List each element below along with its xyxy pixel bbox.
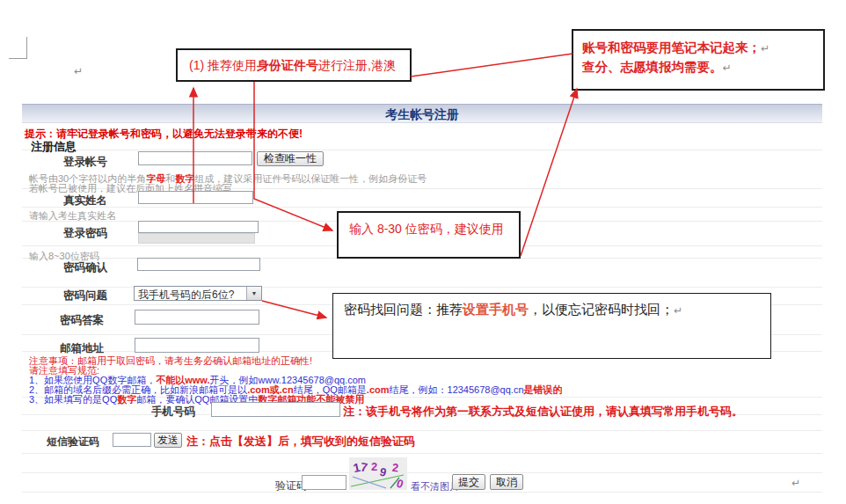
- login-account-label: 登录帐号: [63, 155, 107, 170]
- annotation-text-bold: 查分、志愿填报均需要。: [582, 60, 723, 74]
- annotation-text-highlight: 设置手机号: [463, 302, 529, 317]
- paragraph-mark: ↵: [74, 65, 83, 77]
- row-separator: [22, 453, 822, 454]
- send-sms-button[interactable]: 发送: [154, 433, 182, 448]
- phone-note: 注：该手机号将作为第一联系方式及短信认证使用，请认真填写常用手机号码。: [343, 404, 743, 420]
- annotation-text-bold: 身份证件号: [257, 58, 318, 72]
- section-title: 注册信息: [31, 139, 77, 155]
- password-input[interactable]: [138, 221, 259, 233]
- password-confirm-label: 密码确认: [63, 260, 107, 275]
- form-title: 考生帐号注册: [22, 104, 822, 123]
- sms-note: 注：点击【发送】后，填写收到的短信验证码: [186, 434, 415, 449]
- paragraph-mark: ↵: [723, 62, 732, 74]
- selected-question-value: 我手机号码的后6位?: [138, 288, 234, 303]
- annotation-box-id-recommendation: (1) 推荐使用身份证件号进行注册,港澳: [176, 48, 412, 82]
- row-separator: [22, 150, 822, 150]
- annotation-line: 查分、志愿填报均需要。↵: [582, 57, 823, 77]
- real-name-help: 请输入考生真实姓名: [29, 209, 116, 223]
- connector-box1-box2: [411, 54, 573, 77]
- cancel-button[interactable]: 取消: [490, 474, 523, 490]
- phone-label: 手机号码: [151, 405, 195, 420]
- note-text-highlight: 数字: [117, 394, 136, 405]
- password-question-label: 密码问题: [63, 289, 107, 303]
- annotation-text: (1) 推荐使用: [189, 58, 257, 72]
- chevron-down-icon[interactable]: ▼: [246, 287, 261, 300]
- real-name-label: 真实姓名: [63, 194, 107, 208]
- password-label: 登录密码: [63, 226, 107, 241]
- page: ↵ ↵ 考生帐号注册 提示：请牢记登录帐号和密码，以避免无法登录带来的不便! 注…: [0, 0, 846, 504]
- password-answer-label: 密码答案: [60, 313, 104, 328]
- annotation-text: 密码找回问题：推荐: [344, 302, 463, 317]
- paragraph-mark: ↵: [674, 304, 682, 317]
- real-name-input[interactable]: [138, 191, 253, 204]
- password-strength-bar: [138, 233, 255, 244]
- password-answer-input[interactable]: [135, 310, 259, 325]
- annotation-box-remember-account: 账号和密码要用笔记本记起来；↵ 查分、志愿填报均需要。↵: [572, 29, 825, 91]
- annotation-text-bold: 账号和密码要用笔记本记起来；: [582, 40, 761, 55]
- annotation-text: ，以便忘记密码时找回；: [529, 302, 674, 317]
- login-account-input[interactable]: [138, 151, 252, 165]
- sms-code-label: 短信验证码: [47, 435, 99, 449]
- phone-input[interactable]: [211, 402, 340, 417]
- note-text: 3、如果填写的是QQ: [29, 394, 117, 405]
- annotation-text: 进行注册,港澳: [318, 58, 396, 72]
- paragraph-mark: ↵: [761, 42, 769, 55]
- captcha-input[interactable]: [302, 475, 346, 490]
- row-separator: [22, 430, 822, 431]
- text-frame-corner-mark: [9, 37, 27, 59]
- note-text-highlight: 是错误的: [524, 384, 563, 395]
- sms-code-input[interactable]: [113, 433, 151, 447]
- check-uniqueness-button[interactable]: 检查唯一性: [257, 151, 324, 166]
- annotation-box-password-advice: 输入 8-30 位密码，建议使用: [337, 211, 521, 259]
- captcha-digit: 2: [371, 460, 377, 473]
- password-confirm-input[interactable]: [137, 258, 260, 271]
- row-separator: [22, 207, 822, 208]
- note-text: 结尾，例如：12345678@qq.cn: [390, 384, 524, 395]
- row-separator: [22, 472, 822, 473]
- captcha-image: 1 7 2 9 2 0: [349, 457, 407, 493]
- password-question-select[interactable]: 我手机号码的后6位? ▼: [134, 286, 262, 301]
- annotation-line: 账号和密码要用笔记本记起来；↵: [582, 38, 823, 57]
- email-input[interactable]: [135, 338, 259, 353]
- note-text-highlight: .com: [367, 384, 390, 395]
- annotation-box-password-recovery: 密码找回问题：推荐设置手机号，以便忘记密码时找回；↵: [332, 293, 771, 359]
- submit-button[interactable]: 提交: [452, 474, 485, 490]
- annotation-text: 输入 8-30 位密码，建议使用: [349, 222, 504, 236]
